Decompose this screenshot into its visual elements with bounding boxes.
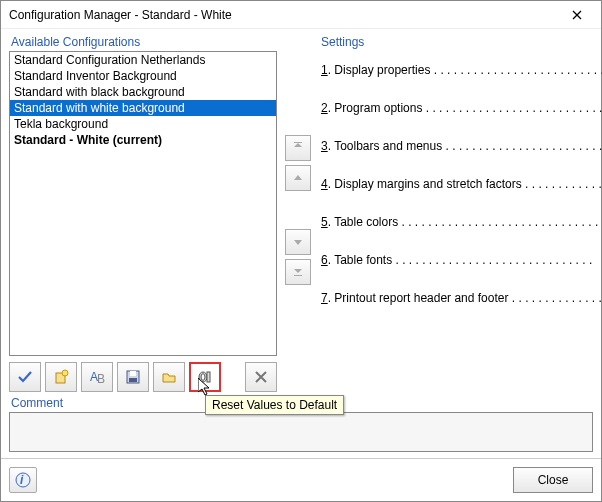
svg-rect-5 xyxy=(130,371,136,376)
setting-label: 1. Display properties xyxy=(321,63,602,77)
setting-label: 3. Toolbars and menus xyxy=(321,139,602,153)
save-button[interactable] xyxy=(117,362,149,392)
svg-point-1 xyxy=(62,370,68,376)
apply-button[interactable] xyxy=(9,362,41,392)
config-item[interactable]: Standard Configuration Netherlands xyxy=(10,52,276,68)
help-button[interactable]: i xyxy=(9,467,37,493)
open-button[interactable] xyxy=(153,362,185,392)
setting-label: 6. Table fonts xyxy=(321,253,602,267)
move-top-button[interactable] xyxy=(285,135,311,161)
setting-row[interactable]: 1. Display properties xyxy=(319,51,602,89)
setting-row[interactable]: 7. Printout report header and footer xyxy=(319,279,602,317)
window-close-button[interactable] xyxy=(561,4,593,26)
setting-row[interactable]: 2. Program options xyxy=(319,89,602,127)
content: Available Configurations Standard Config… xyxy=(1,29,601,396)
reset-defaults-button[interactable] xyxy=(189,362,221,392)
setting-row[interactable]: 3. Toolbars and menus xyxy=(319,127,602,165)
svg-text:B: B xyxy=(97,372,105,385)
setting-row[interactable]: 6. Table fontsA xyxy=(319,241,602,279)
config-item[interactable]: Standard Inventor Background xyxy=(10,68,276,84)
setting-label: 5. Table colors xyxy=(321,215,602,229)
available-configs-label: Available Configurations xyxy=(9,35,277,49)
setting-label: 2. Program options xyxy=(321,101,602,115)
window-title: Configuration Manager - Standard - White xyxy=(9,8,561,22)
comment-input[interactable] xyxy=(9,412,593,452)
rename-button[interactable]: AB xyxy=(81,362,113,392)
delete-button[interactable] xyxy=(245,362,277,392)
config-item[interactable]: Standard - White (current) xyxy=(10,132,276,148)
close-button[interactable]: Close xyxy=(513,467,593,493)
config-item[interactable]: Tekla background xyxy=(10,116,276,132)
config-item[interactable]: Standard with white background xyxy=(10,100,276,116)
svg-rect-10 xyxy=(294,142,302,143)
setting-row[interactable]: 4. Display margins and stretch factors xyxy=(319,165,602,203)
svg-rect-9 xyxy=(207,372,210,382)
config-list[interactable]: Standard Configuration NetherlandsStanda… xyxy=(9,51,277,356)
svg-point-8 xyxy=(201,374,205,381)
settings-list: 1. Display properties2. Program options3… xyxy=(319,51,602,392)
setting-row[interactable]: 5. Table colors xyxy=(319,203,602,241)
left-pane: Available Configurations Standard Config… xyxy=(9,35,277,392)
bottom-bar: i Close xyxy=(1,458,601,501)
left-toolbar: AB xyxy=(9,362,277,392)
move-bottom-button[interactable] xyxy=(285,259,311,285)
move-up-button[interactable] xyxy=(285,165,311,191)
svg-rect-11 xyxy=(294,275,302,276)
setting-label: 7. Printout report header and footer xyxy=(321,291,602,305)
tooltip: Reset Values to Default xyxy=(205,395,344,415)
window: Configuration Manager - Standard - White… xyxy=(0,0,602,502)
titlebar: Configuration Manager - Standard - White xyxy=(1,1,601,29)
config-item[interactable]: Standard with black background xyxy=(10,84,276,100)
right-pane: Settings 1. Display properties2. Program… xyxy=(319,35,602,392)
new-config-button[interactable] xyxy=(45,362,77,392)
reorder-column xyxy=(285,35,311,392)
svg-rect-6 xyxy=(129,378,137,382)
settings-label: Settings xyxy=(319,35,602,49)
move-down-button[interactable] xyxy=(285,229,311,255)
setting-label: 4. Display margins and stretch factors xyxy=(321,177,602,191)
